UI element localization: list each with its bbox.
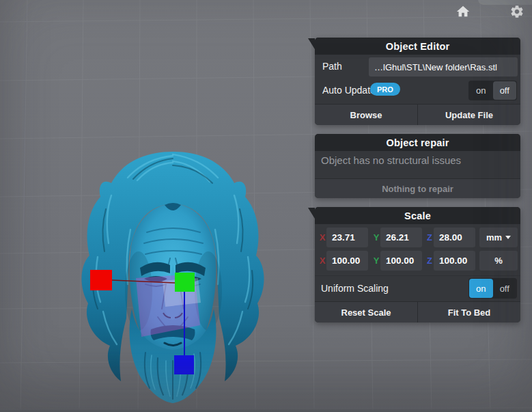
gizmo-y-scale-handle[interactable] bbox=[175, 273, 195, 292]
percent-unit-button[interactable]: % bbox=[479, 251, 518, 271]
gizmo-z-scale-handle[interactable] bbox=[174, 355, 194, 374]
gizmo-x-scale-handle[interactable] bbox=[90, 270, 112, 290]
object-editor-title: Object Editor bbox=[386, 41, 450, 52]
panel-notch bbox=[308, 38, 315, 49]
object-editor-footer: Browse Update File bbox=[315, 104, 520, 125]
y-axis-label: Y bbox=[372, 256, 380, 266]
y-axis-label: Y bbox=[372, 232, 380, 243]
divider bbox=[315, 275, 520, 276]
update-file-button[interactable]: Update File bbox=[417, 105, 520, 125]
auto-update-on-button[interactable]: on bbox=[469, 81, 493, 100]
object-editor-panel: Object Editor Path …lGhul\STL\New folder… bbox=[315, 38, 520, 125]
pro-badge: PRO bbox=[370, 83, 400, 96]
unit-dropdown-value: mm bbox=[486, 232, 502, 243]
home-icon[interactable] bbox=[456, 4, 471, 19]
path-label: Path bbox=[322, 61, 342, 72]
uniform-scaling-label: Uniform Scaling bbox=[321, 283, 389, 294]
y-percent-field[interactable]: 100.00 bbox=[380, 251, 422, 271]
path-field[interactable]: …lGhul\STL\New folder\Ras.stl bbox=[369, 57, 518, 77]
slicer-app-window: Object Editor Path …lGhul\STL\New folder… bbox=[0, 0, 532, 412]
scale-footer: Reset Scale Fit To Bed bbox=[315, 301, 520, 322]
object-repair-footer: Nothing to repair bbox=[315, 178, 520, 198]
auto-update-toggle: on off bbox=[468, 81, 517, 100]
object-repair-header: Object repair bbox=[315, 134, 520, 151]
viewport-bottom-edge bbox=[0, 407, 532, 412]
x-axis-label: X bbox=[318, 256, 326, 266]
z-size-field[interactable]: 28.00 bbox=[434, 228, 475, 247]
x-size-field[interactable]: 23.71 bbox=[326, 228, 368, 247]
uniform-scaling-toggle: on off bbox=[468, 278, 517, 299]
object-editor-header: Object Editor bbox=[315, 38, 520, 55]
scale-header: Scale bbox=[315, 207, 520, 224]
scale-title: Scale bbox=[404, 210, 431, 221]
object-repair-panel: Object repair Object has no structural i… bbox=[315, 134, 520, 198]
scale-panel: Scale X 23.71 Y 26.21 Z 28.00 mm X 100.0… bbox=[315, 207, 520, 322]
repair-status-text: Object has no structural issues bbox=[321, 154, 461, 166]
uniform-scaling-on-button[interactable]: on bbox=[469, 279, 493, 298]
browse-button[interactable]: Browse bbox=[315, 105, 417, 125]
y-size-field[interactable]: 26.21 bbox=[380, 228, 422, 247]
z-percent-field[interactable]: 100.00 bbox=[434, 251, 475, 271]
chevron-down-icon bbox=[505, 236, 511, 239]
object-repair-title: Object repair bbox=[386, 137, 449, 148]
auto-update-label: Auto Update bbox=[322, 85, 376, 96]
x-axis-label: X bbox=[318, 232, 326, 243]
z-axis-label: Z bbox=[425, 256, 434, 266]
unit-dropdown[interactable]: mm bbox=[479, 228, 518, 247]
nothing-to-repair-button[interactable]: Nothing to repair bbox=[315, 179, 520, 198]
reset-scale-button[interactable]: Reset Scale bbox=[315, 302, 417, 322]
x-percent-field[interactable]: 100.00 bbox=[326, 251, 368, 271]
uniform-scaling-off-button[interactable]: off bbox=[493, 279, 517, 298]
z-axis-label: Z bbox=[425, 232, 434, 243]
percent-unit-label: % bbox=[494, 256, 503, 266]
fit-to-bed-button[interactable]: Fit To Bed bbox=[417, 302, 520, 322]
settings-gear-icon[interactable] bbox=[509, 4, 524, 19]
panel-notch bbox=[308, 208, 315, 219]
auto-update-off-button[interactable]: off bbox=[493, 81, 517, 100]
